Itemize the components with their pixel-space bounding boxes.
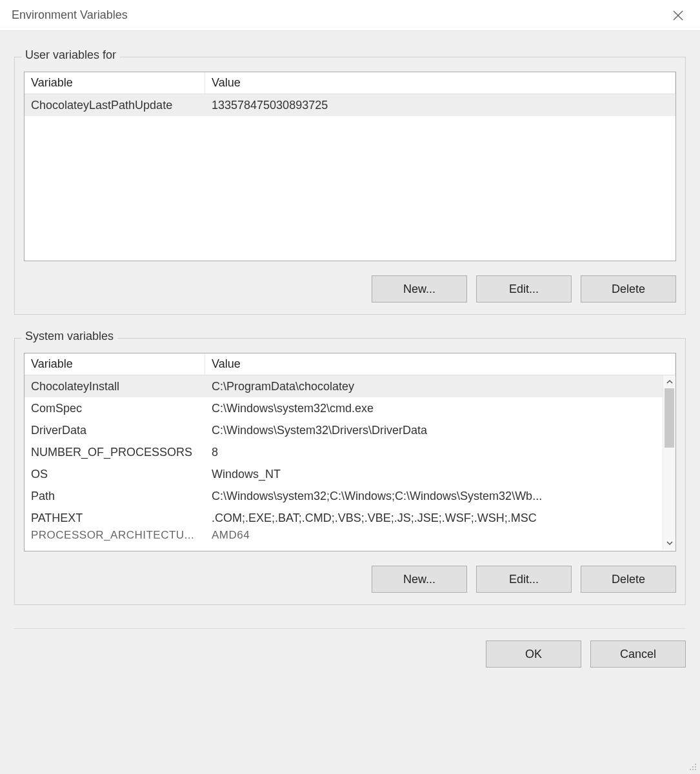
svg-point-2 — [695, 764, 696, 765]
scroll-up-button[interactable] — [663, 375, 675, 388]
cell-variable: DriverData — [25, 421, 205, 440]
svg-point-6 — [692, 769, 694, 770]
system-variables-legend: System variables — [21, 330, 117, 343]
cell-variable: OS — [25, 465, 205, 484]
window-title: Environment Variables — [12, 8, 128, 22]
cell-variable: PROCESSOR_ARCHITECTU... — [25, 529, 205, 542]
cell-value: C:\Windows\System32\Drivers\DriverData — [205, 421, 663, 440]
list-row[interactable]: ComSpec C:\Windows\system32\cmd.exe — [25, 397, 663, 419]
cell-variable: ComSpec — [25, 399, 205, 418]
scrollbar-thumb[interactable] — [665, 388, 674, 448]
scrollbar[interactable] — [663, 375, 675, 550]
cell-value: 133578475030893725 — [205, 96, 675, 115]
close-button[interactable] — [668, 5, 688, 26]
list-row[interactable]: OS Windows_NT — [25, 463, 663, 485]
cell-value: C:\Windows\system32;C:\Windows;C:\Window… — [205, 487, 663, 506]
user-variables-list[interactable]: Variable Value ChocolateyLastPathUpdate … — [24, 72, 676, 261]
header-variable[interactable]: Variable — [25, 72, 205, 94]
system-variables-group: System variables Variable Value Chocolat… — [14, 338, 686, 605]
svg-point-7 — [695, 769, 696, 770]
user-delete-button[interactable]: Delete — [581, 275, 676, 303]
scrollbar-track[interactable] — [663, 388, 675, 537]
resize-grip-icon — [686, 760, 697, 771]
list-row[interactable]: DriverData C:\Windows\System32\Drivers\D… — [25, 419, 663, 441]
system-new-button[interactable]: New... — [372, 566, 467, 593]
header-value[interactable]: Value — [205, 353, 675, 375]
cell-variable: NUMBER_OF_PROCESSORS — [25, 443, 205, 462]
list-row[interactable]: Path C:\Windows\system32;C:\Windows;C:\W… — [25, 485, 663, 507]
system-delete-button[interactable]: Delete — [581, 566, 676, 593]
cell-value: C:\ProgramData\chocolatey — [205, 377, 663, 396]
separator — [14, 628, 686, 629]
user-variables-buttons: New... Edit... Delete — [24, 275, 676, 303]
user-edit-button[interactable]: Edit... — [476, 275, 572, 303]
scroll-down-button[interactable] — [663, 537, 675, 550]
cell-value: .COM;.EXE;.BAT;.CMD;.VBS;.VBE;.JS;.JSE;.… — [205, 509, 663, 528]
chevron-up-icon — [666, 379, 673, 385]
user-variables-group: User variables for Variable Value Chocol… — [14, 57, 686, 315]
cell-value: AMD64 — [205, 529, 663, 542]
svg-point-4 — [695, 766, 696, 768]
cell-variable: ChocolateyInstall — [25, 377, 205, 396]
titlebar: Environment Variables — [0, 0, 700, 31]
user-variables-legend: User variables for — [21, 48, 120, 62]
list-row[interactable]: NUMBER_OF_PROCESSORS 8 — [25, 441, 663, 463]
list-row[interactable]: ChocolateyInstall C:\ProgramData\chocola… — [25, 375, 663, 397]
dialog-buttons: OK Cancel — [0, 640, 700, 668]
cell-variable: ChocolateyLastPathUpdate — [25, 96, 205, 115]
list-row[interactable]: PATHEXT .COM;.EXE;.BAT;.CMD;.VBS;.VBE;.J… — [25, 507, 663, 529]
list-header: Variable Value — [25, 72, 675, 94]
list-row-partial[interactable]: PROCESSOR_ARCHITECTU... AMD64 — [25, 529, 663, 543]
list-row[interactable]: ChocolateyLastPathUpdate 133578475030893… — [25, 94, 675, 116]
cell-variable: Path — [25, 487, 205, 506]
cancel-button[interactable]: Cancel — [590, 640, 686, 668]
chevron-down-icon — [666, 540, 673, 546]
svg-point-3 — [692, 766, 694, 768]
system-variables-buttons: New... Edit... Delete — [24, 566, 676, 593]
cell-value: Windows_NT — [205, 465, 663, 484]
header-value[interactable]: Value — [205, 72, 675, 94]
ok-button[interactable]: OK — [486, 640, 581, 668]
cell-variable: PATHEXT — [25, 509, 205, 528]
resize-grip[interactable] — [686, 760, 697, 771]
system-edit-button[interactable]: Edit... — [476, 566, 572, 593]
cell-value: 8 — [205, 443, 663, 462]
close-icon — [672, 10, 684, 21]
header-variable[interactable]: Variable — [25, 353, 205, 375]
cell-value: C:\Windows\system32\cmd.exe — [205, 399, 663, 418]
user-new-button[interactable]: New... — [372, 275, 467, 303]
svg-point-5 — [690, 769, 691, 770]
list-header: Variable Value — [25, 353, 675, 375]
system-variables-list[interactable]: Variable Value ChocolateyInstall C:\Prog… — [24, 353, 676, 551]
